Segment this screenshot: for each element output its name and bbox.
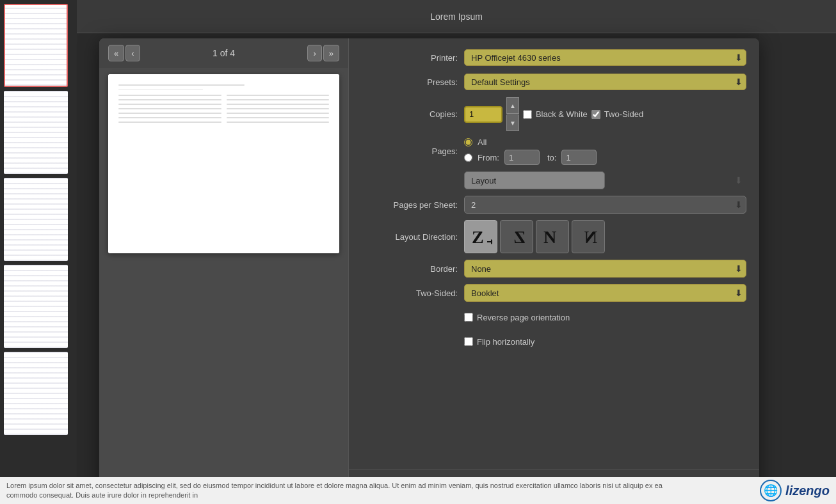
two-sided-field-label: Two-Sided: [362,288,464,298]
thumbnail-1[interactable] [4,4,68,87]
preview-nav: « ‹ 1 of 4 › » [99,38,348,68]
layout-direction-icons: Z Z N [464,220,746,253]
doc-line [118,113,221,114]
doc-line [227,117,330,118]
last-page-button[interactable]: » [323,45,339,61]
doc-line [118,95,221,96]
reverse-orientation-checkbox[interactable] [464,313,473,322]
layout-select-arrow: ⬇ [735,175,743,185]
doc-line [118,117,221,118]
flip-horizontally-row: Flip horizontally [362,333,746,350]
flip-horizontally-label: Flip horizontally [477,337,535,347]
doc-line [227,108,330,109]
presets-control: Default Settings ⬇ [464,74,746,90]
sidebar-thumbnails [0,0,77,504]
pages-to-input[interactable] [561,150,597,165]
svg-text:N: N [543,227,556,247]
doc-line [227,99,330,100]
pages-all-radio[interactable] [464,138,472,146]
presets-label: Presets: [362,77,464,87]
layout-direction-label: Layout Direction: [362,232,464,242]
pages-from-radio[interactable] [464,154,472,162]
doc-line [227,122,330,123]
two-sided-select[interactable]: Booklet Long-Edge binding Short-Edge bin… [464,284,746,302]
doc-col-right [227,95,330,126]
two-sided-checkbox[interactable] [591,110,600,119]
presets-select-wrapper: Default Settings ⬇ [464,74,746,90]
two-sided-group: Two-Sided [591,109,643,119]
pages-per-sheet-select[interactable]: 2 1 4 6 9 16 [464,196,746,214]
border-label: Border: [362,264,464,274]
page-preview [108,74,339,253]
doc-line [118,84,245,86]
layout-select[interactable]: Layout [464,171,605,189]
layout-direction-z[interactable]: Z [464,220,497,253]
page-indicator: 1 of 4 [213,48,235,58]
thumbnail-3[interactable] [4,178,68,261]
next-page-button[interactable]: › [307,45,321,61]
doc-line [118,122,221,123]
black-white-label: Black & White [536,109,588,119]
lizengo-logo: 🌐 lizengo [760,480,830,501]
window-title: Lorem Ipsum [430,12,483,22]
print-dialog: « ‹ 1 of 4 › » [99,38,759,504]
copies-label: Copies: [362,109,464,119]
nav-next-last[interactable]: › » [307,45,339,61]
pages-per-sheet-control: 2 1 4 6 9 16 ⬇ [464,196,746,214]
lorem-text: Lorem ipsum dolor sit amet, consectetur … [6,481,679,501]
printer-label: Printer: [362,53,464,63]
svg-text:N: N [584,227,597,247]
prev-page-button[interactable]: ‹ [125,45,140,61]
pages-per-sheet-row: Pages per Sheet: 2 1 4 6 9 16 ⬇ [362,196,746,214]
doc-columns [118,95,329,126]
flip-horizontally-checkbox[interactable] [464,337,473,346]
printer-select-wrapper: HP Officejet 4630 series ⬇ [464,49,746,66]
pages-from-input[interactable] [504,150,540,165]
lizengo-brand: lizengo [785,484,830,498]
settings-panel: Printer: HP Officejet 4630 series ⬇ Pres… [349,38,759,504]
two-sided-label: Two-Sided [604,109,643,119]
layout-section-row: Layout ⬇ [362,171,746,189]
copies-decrement[interactable]: ▼ [506,114,519,131]
first-page-button[interactable]: « [108,45,124,61]
copies-control: ▲ ▼ Black & White Two-Sided [464,97,746,131]
pages-control: All From: to: [464,138,746,165]
black-white-group: Black & White [523,109,588,119]
svg-text:Z: Z [513,227,526,247]
flip-horizontally-group: Flip horizontally [464,337,746,347]
border-select[interactable]: None Single Hairline Single Thin Line Do… [464,260,746,278]
flip-horizontally-control: Flip horizontally [464,337,746,347]
copies-input[interactable] [464,106,502,123]
pages-all-label: All [478,138,486,147]
pages-per-sheet-label: Pages per Sheet: [362,200,464,210]
pages-to-label: to: [547,153,556,162]
thumbnail-5[interactable] [4,352,68,435]
document-preview [108,74,339,253]
pages-from-row: From: to: [464,150,746,165]
layout-direction-s[interactable]: Z [500,220,533,253]
two-sided-field-row: Two-Sided: Booklet Long-Edge binding Sho… [362,284,746,302]
copies-increment[interactable]: ▲ [506,97,519,114]
layout-direction-n[interactable]: N [536,220,569,253]
pages-from-label: From: [478,153,499,162]
thumbnail-4[interactable] [4,265,68,348]
reverse-orientation-group: Reverse page orientation [464,313,746,322]
pages-label: Pages: [362,146,464,156]
thumbnail-2[interactable] [4,91,68,174]
printer-select[interactable]: HP Officejet 4630 series [464,49,746,66]
nav-first-prev[interactable]: « ‹ [108,45,140,61]
layout-select-wrapper: Layout ⬇ [464,171,746,189]
reverse-orientation-row: Reverse page orientation [362,308,746,326]
layout-direction-row: Layout Direction: Z Z [362,220,746,253]
two-sided-select-wrapper: Booklet Long-Edge binding Short-Edge bin… [464,284,746,302]
svg-text:Z: Z [472,227,484,247]
doc-line [118,99,221,100]
copies-row: Copies: ▲ ▼ Black & White Two-Sided [362,97,746,131]
presets-select[interactable]: Default Settings [464,74,746,90]
layout-control: Layout ⬇ [464,171,746,189]
doc-line [118,108,221,109]
layout-direction-n-alt[interactable]: N [572,220,605,253]
reverse-orientation-control: Reverse page orientation [464,313,746,322]
black-white-checkbox[interactable] [523,110,532,119]
pps-select-wrapper: 2 1 4 6 9 16 ⬇ [464,196,746,214]
